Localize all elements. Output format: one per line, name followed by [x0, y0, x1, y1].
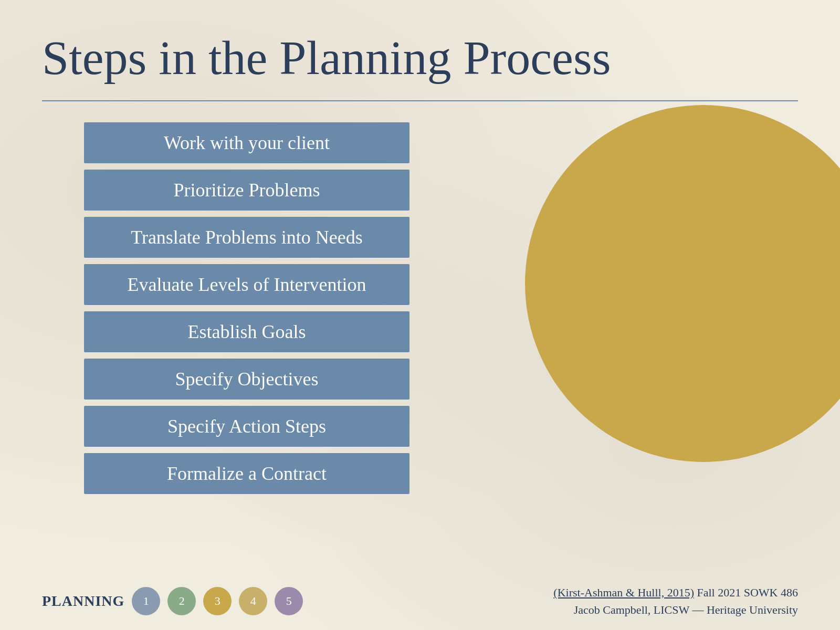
footer-right: (Kirst-Ashman & Hulll, 2015) Fall 2021 S… — [553, 584, 798, 618]
step-item-1: Work with your client — [84, 122, 410, 163]
footer: PLANNING 1 2 3 4 5 (Kirst-Ashman & Hulll… — [0, 572, 840, 630]
page-title: Steps in the Planning Process — [42, 32, 798, 85]
step-item-8: Formalize a Contract — [84, 453, 410, 494]
planning-label: PLANNING — [42, 593, 124, 610]
footer-left: PLANNING 1 2 3 4 5 — [42, 587, 303, 615]
page-dot-3[interactable]: 3 — [203, 587, 232, 615]
citation-link[interactable]: (Kirst-Ashman & Hulll, 2015) — [553, 586, 694, 599]
page-dot-4[interactable]: 4 — [239, 587, 267, 615]
step-item-2: Prioritize Problems — [84, 170, 410, 211]
course-info: Fall 2021 SOWK 486 — [697, 586, 799, 599]
title-divider — [42, 100, 798, 101]
slide-page: Steps in the Planning Process Work with … — [0, 0, 840, 630]
step-item-3: Translate Problems into Needs — [84, 217, 410, 258]
page-dot-5[interactable]: 5 — [275, 587, 303, 615]
page-dot-1[interactable]: 1 — [132, 587, 160, 615]
step-item-5: Establish Goals — [84, 311, 410, 352]
step-item-6: Specify Objectives — [84, 359, 410, 400]
instructor-info: Jacob Campbell, LICSW — Heritage Univers… — [574, 603, 798, 616]
main-content: Steps in the Planning Process Work with … — [0, 0, 840, 494]
step-item-7: Specify Action Steps — [84, 406, 410, 447]
page-dot-2[interactable]: 2 — [167, 587, 196, 615]
steps-list: Work with your client Prioritize Problem… — [84, 122, 410, 494]
step-item-4: Evaluate Levels of Intervention — [84, 264, 410, 305]
